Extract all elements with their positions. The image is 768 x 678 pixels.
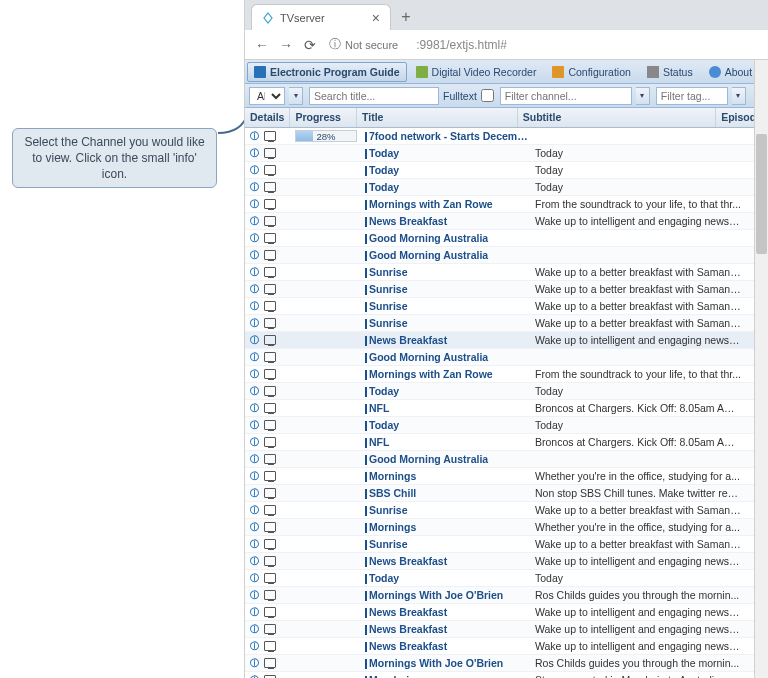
new-tab-button[interactable]: + bbox=[393, 4, 419, 30]
tab-status[interactable]: Status bbox=[640, 62, 700, 82]
info-icon[interactable]: ⓘ bbox=[248, 402, 261, 414]
record-icon[interactable] bbox=[263, 283, 276, 295]
info-icon[interactable]: ⓘ bbox=[248, 487, 261, 499]
scroll-thumb[interactable] bbox=[756, 134, 767, 254]
col-progress[interactable]: Progress bbox=[290, 108, 357, 127]
record-icon[interactable] bbox=[263, 555, 276, 567]
info-icon[interactable]: ⓘ bbox=[248, 147, 261, 159]
table-row[interactable]: ⓘGood Morning Australia bbox=[245, 349, 768, 366]
record-icon[interactable] bbox=[263, 147, 276, 159]
table-row[interactable]: ⓘTodayToday bbox=[245, 145, 768, 162]
info-icon[interactable]: ⓘ bbox=[248, 436, 261, 448]
info-icon[interactable]: ⓘ bbox=[248, 317, 261, 329]
table-row[interactable]: ⓘTodayToday bbox=[245, 179, 768, 196]
table-row[interactable]: ⓘNews BreakfastWake up to intelligent an… bbox=[245, 621, 768, 638]
grid-body[interactable]: ⓘ28%7food network - Starts December 1ⓘTo… bbox=[245, 128, 768, 678]
reload-button[interactable]: ⟳ bbox=[299, 34, 321, 56]
table-row[interactable]: ⓘNews BreakfastWake up to intelligent an… bbox=[245, 553, 768, 570]
record-icon[interactable] bbox=[263, 130, 276, 142]
record-icon[interactable] bbox=[263, 657, 276, 669]
record-icon[interactable] bbox=[263, 402, 276, 414]
fulltext-toggle[interactable]: Fulltext bbox=[443, 89, 494, 102]
tab-about[interactable]: About bbox=[702, 62, 759, 82]
back-button[interactable]: ← bbox=[251, 34, 273, 56]
info-icon[interactable]: ⓘ bbox=[248, 419, 261, 431]
table-row[interactable]: ⓘNews BreakfastWake up to intelligent an… bbox=[245, 332, 768, 349]
info-icon[interactable]: ⓘ bbox=[248, 453, 261, 465]
record-icon[interactable] bbox=[263, 674, 276, 678]
record-icon[interactable] bbox=[263, 487, 276, 499]
table-row[interactable]: ⓘTodayToday bbox=[245, 417, 768, 434]
table-row[interactable]: ⓘGood Morning Australia bbox=[245, 230, 768, 247]
info-icon[interactable]: ⓘ bbox=[248, 555, 261, 567]
table-row[interactable]: ⓘ28%7food network - Starts December 1 bbox=[245, 128, 768, 145]
forward-button[interactable]: → bbox=[275, 34, 297, 56]
info-icon[interactable]: ⓘ bbox=[248, 538, 261, 550]
table-row[interactable]: ⓘMornings with Zan RoweFrom the soundtra… bbox=[245, 196, 768, 213]
security-indicator[interactable]: ⓘ Not secure bbox=[329, 36, 398, 53]
info-icon[interactable]: ⓘ bbox=[248, 368, 261, 380]
tab-epg[interactable]: Electronic Program Guide bbox=[247, 62, 407, 82]
table-row[interactable]: ⓘSunriseWake up to a better breakfast wi… bbox=[245, 264, 768, 281]
info-icon[interactable]: ⓘ bbox=[248, 385, 261, 397]
table-row[interactable]: ⓘMandarinStay connected in Mandarin to A… bbox=[245, 672, 768, 678]
info-icon[interactable]: ⓘ bbox=[248, 470, 261, 482]
table-row[interactable]: ⓘMornings with Zan RoweFrom the soundtra… bbox=[245, 366, 768, 383]
record-icon[interactable] bbox=[263, 572, 276, 584]
record-icon[interactable] bbox=[263, 419, 276, 431]
table-row[interactable]: ⓘTodayToday bbox=[245, 162, 768, 179]
record-icon[interactable] bbox=[263, 385, 276, 397]
table-row[interactable]: ⓘSunriseWake up to a better breakfast wi… bbox=[245, 281, 768, 298]
record-icon[interactable] bbox=[263, 232, 276, 244]
info-icon[interactable]: ⓘ bbox=[248, 351, 261, 363]
record-icon[interactable] bbox=[263, 164, 276, 176]
browser-tab[interactable]: TVserver × bbox=[251, 4, 391, 30]
table-row[interactable]: ⓘMornings With Joe O'BrienRos Childs gui… bbox=[245, 587, 768, 604]
info-icon[interactable]: ⓘ bbox=[248, 640, 261, 652]
table-row[interactable]: ⓘMorningsWhether you're in the office, s… bbox=[245, 468, 768, 485]
info-icon[interactable]: ⓘ bbox=[248, 674, 261, 678]
record-icon[interactable] bbox=[263, 623, 276, 635]
table-row[interactable]: ⓘSBS ChillNon stop SBS Chill tunes. Make… bbox=[245, 485, 768, 502]
record-icon[interactable] bbox=[263, 198, 276, 210]
col-details[interactable]: Details bbox=[245, 108, 290, 127]
record-icon[interactable] bbox=[263, 640, 276, 652]
table-row[interactable]: ⓘSunriseWake up to a better breakfast wi… bbox=[245, 502, 768, 519]
record-icon[interactable] bbox=[263, 266, 276, 278]
table-row[interactable]: ⓘNFLBroncos at Chargers. Kick Off: 8.05a… bbox=[245, 434, 768, 451]
scrollbar[interactable] bbox=[754, 60, 768, 678]
info-icon[interactable]: ⓘ bbox=[248, 521, 261, 533]
record-icon[interactable] bbox=[263, 334, 276, 346]
col-subtitle[interactable]: Subtitle bbox=[518, 108, 716, 127]
fulltext-checkbox[interactable] bbox=[481, 89, 494, 102]
info-icon[interactable]: ⓘ bbox=[248, 215, 261, 227]
info-icon[interactable]: ⓘ bbox=[248, 300, 261, 312]
dropdown-icon[interactable]: ▾ bbox=[636, 87, 650, 105]
info-icon[interactable]: ⓘ bbox=[248, 181, 261, 193]
info-icon[interactable]: ⓘ bbox=[248, 198, 261, 210]
table-row[interactable]: ⓘNews BreakfastWake up to intelligent an… bbox=[245, 213, 768, 230]
table-row[interactable]: ⓘMornings With Joe O'BrienRos Childs gui… bbox=[245, 655, 768, 672]
table-row[interactable]: ⓘNFLBroncos at Chargers. Kick Off: 8.05a… bbox=[245, 400, 768, 417]
record-icon[interactable] bbox=[263, 538, 276, 550]
table-row[interactable]: ⓘGood Morning Australia bbox=[245, 451, 768, 468]
info-icon[interactable]: ⓘ bbox=[248, 657, 261, 669]
table-row[interactable]: ⓘTodayToday bbox=[245, 570, 768, 587]
record-icon[interactable] bbox=[263, 521, 276, 533]
info-icon[interactable]: ⓘ bbox=[248, 623, 261, 635]
tab-dvr[interactable]: Digital Video Recorder bbox=[409, 62, 544, 82]
close-tab-icon[interactable]: × bbox=[372, 11, 380, 25]
search-input[interactable] bbox=[309, 87, 439, 105]
table-row[interactable]: ⓘMorningsWhether you're in the office, s… bbox=[245, 519, 768, 536]
url-text[interactable]: :9981/extjs.html# bbox=[416, 38, 507, 52]
record-icon[interactable] bbox=[263, 249, 276, 261]
record-icon[interactable] bbox=[263, 317, 276, 329]
tab-configuration[interactable]: Configuration bbox=[545, 62, 637, 82]
dropdown-icon[interactable]: ▾ bbox=[289, 87, 303, 105]
info-icon[interactable]: ⓘ bbox=[248, 589, 261, 601]
record-icon[interactable] bbox=[263, 504, 276, 516]
info-icon[interactable]: ⓘ bbox=[248, 283, 261, 295]
table-row[interactable]: ⓘSunriseWake up to a better breakfast wi… bbox=[245, 536, 768, 553]
table-row[interactable]: ⓘTodayToday bbox=[245, 383, 768, 400]
record-icon[interactable] bbox=[263, 589, 276, 601]
